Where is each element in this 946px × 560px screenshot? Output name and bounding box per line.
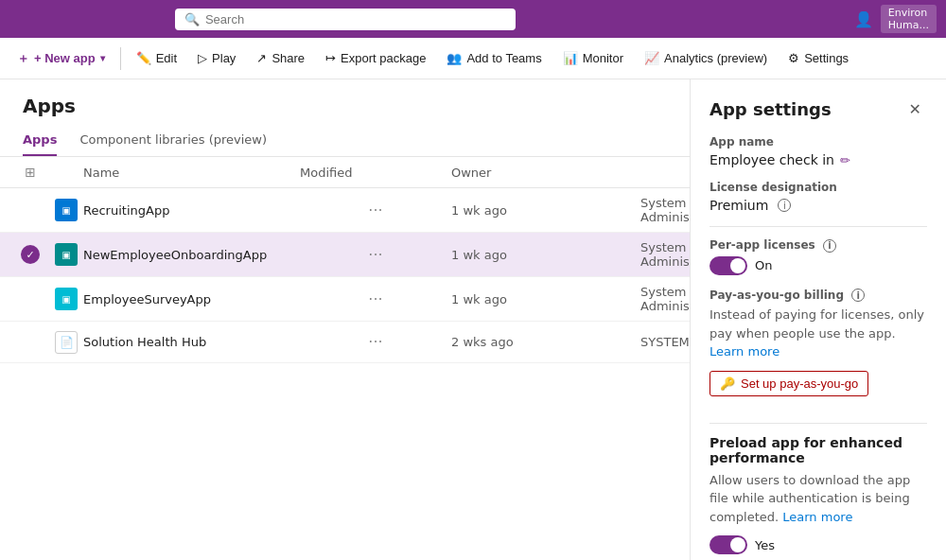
per-app-info-icon[interactable]: i <box>823 239 836 253</box>
row-owner-3: System Administrator <box>640 285 678 313</box>
header-checkbox[interactable]: ⊞ <box>11 165 49 180</box>
row-dots-3[interactable]: ··· <box>300 289 451 310</box>
table-row[interactable]: 📄 Solution Health Hub ··· 2 wks ago SYST… <box>0 322 690 363</box>
preload-learn-more-link[interactable]: Learn more <box>782 510 852 524</box>
row-name-1: RecruitingApp <box>83 203 300 218</box>
header-name[interactable]: Name <box>83 166 300 180</box>
panel-title: App settings <box>710 99 832 119</box>
tab-apps[interactable]: Apps <box>23 125 57 156</box>
app-icon-survey: ▣ <box>55 288 78 310</box>
row-dots-1[interactable]: ··· <box>300 200 451 221</box>
search-icon: 🔍 <box>184 12 200 26</box>
license-value: Premium i <box>710 198 927 213</box>
preload-desc: Allow users to download the app file whi… <box>710 471 927 527</box>
app-icon-hub: 📄 <box>55 331 78 354</box>
play-button[interactable]: ▷ Play <box>188 46 245 70</box>
monitor-icon: 📊 <box>563 51 578 65</box>
table-row[interactable]: ▣ EmployeeSurveyApp ··· 1 wk ago System … <box>0 277 690 322</box>
row-dots-4[interactable]: ··· <box>300 331 451 353</box>
grid-icon: ⊞ <box>25 165 36 180</box>
tabs-row: Apps Component libraries (preview) <box>0 125 690 157</box>
row-modified-2: 1 wk ago <box>451 248 640 262</box>
chevron-down-icon: ▾ <box>100 53 105 63</box>
set-up-payg-button[interactable]: 🔑 Set up pay-as-you-go <box>710 371 868 396</box>
preload-toggle-knob <box>730 537 745 552</box>
per-app-label: Per-app licenses i <box>710 238 927 253</box>
payg-desc: Instead of paying for licenses, only pay… <box>710 306 927 361</box>
plus-icon: ＋ <box>17 50 29 67</box>
row-dots-2[interactable]: ··· <box>300 244 451 266</box>
payg-label: Pay-as-you-go billing i <box>710 289 927 303</box>
license-info-icon[interactable]: i <box>778 199 791 212</box>
row-name-3: EmployeeSurveyApp <box>83 292 300 306</box>
toolbar: ＋ + New app ▾ ✏️ Edit ▷ Play ↗ Share ↦ E… <box>0 38 946 79</box>
edit-app-name-icon[interactable]: ✏ <box>840 153 850 167</box>
teams-icon: 👥 <box>447 51 462 65</box>
gear-icon: ⚙ <box>788 51 799 65</box>
row-icon-3: ▣ <box>49 288 83 310</box>
play-icon: ▷ <box>198 51 207 65</box>
share-icon: ↗ <box>256 51 267 65</box>
preload-toggle[interactable] <box>710 535 747 554</box>
topbar: 🔍 👤 Environ Huma... <box>0 0 946 38</box>
edit-icon: ✏️ <box>136 51 151 65</box>
content-area: Apps Apps Component libraries (preview) … <box>0 79 691 560</box>
search-input[interactable] <box>205 12 506 26</box>
payg-icon: 🔑 <box>720 376 735 391</box>
page-title: Apps <box>0 79 690 125</box>
row-modified-4: 2 wks ago <box>451 335 640 349</box>
divider-1 <box>710 226 927 227</box>
row-icon-2: ▣ <box>49 243 83 266</box>
app-name-value: Employee check in ✏ <box>710 152 927 167</box>
settings-button[interactable]: ⚙ Settings <box>779 46 858 70</box>
app-icon-recruiting: ▣ <box>55 199 78 221</box>
edit-button[interactable]: ✏️ Edit <box>127 46 186 70</box>
row-modified-3: 1 wk ago <box>451 292 640 306</box>
topbar-right: 👤 Environ Huma... <box>854 5 937 33</box>
app-name-label: App name <box>710 135 927 149</box>
preload-title: Preload app for enhanced performance <box>710 435 927 465</box>
divider-2 <box>710 423 927 424</box>
table-header: ⊞ Name Modified Owner <box>0 157 690 188</box>
monitor-button[interactable]: 📊 Monitor <box>553 46 633 70</box>
row-icon-4: 📄 <box>49 331 83 354</box>
add-teams-button[interactable]: 👥 Add to Teams <box>437 46 551 70</box>
selected-indicator: ✓ <box>21 245 40 264</box>
payg-info-icon[interactable]: i <box>851 289 865 302</box>
panel-header: App settings ✕ <box>710 98 927 120</box>
table-row[interactable]: ▣ RecruitingApp ··· 1 wk ago System Admi… <box>0 188 690 233</box>
row-icon-1: ▣ <box>49 199 83 221</box>
export-button[interactable]: ↦ Export package <box>316 46 435 70</box>
header-owner[interactable]: Owner <box>451 166 640 180</box>
analytics-button[interactable]: 📈 Analytics (preview) <box>635 46 777 70</box>
license-label: License designation <box>710 181 927 194</box>
apps-table: ⊞ Name Modified Owner ▣ RecruitingApp ··… <box>0 157 690 363</box>
header-modified[interactable]: Modified <box>300 166 451 180</box>
row-modified-1: 1 wk ago <box>451 203 640 218</box>
per-app-toggle[interactable] <box>710 256 747 275</box>
preload-toggle-label: Yes <box>755 538 775 552</box>
app-icon-onboarding: ▣ <box>55 243 78 266</box>
table-row[interactable]: ✓ ▣ NewEmployeeOnboardingApp ··· 1 wk ag… <box>0 233 690 277</box>
per-app-toggle-row: On <box>710 256 927 275</box>
search-box[interactable]: 🔍 <box>175 9 516 30</box>
row-checkbox-2[interactable]: ✓ <box>11 245 49 264</box>
row-name-2: NewEmployeeOnboardingApp <box>83 248 300 262</box>
app-settings-panel: App settings ✕ App name Employee check i… <box>691 79 946 560</box>
export-icon: ↦ <box>325 51 336 65</box>
per-app-toggle-label: On <box>755 258 772 272</box>
payg-learn-more-link[interactable]: Learn more <box>710 344 780 359</box>
env-icon: 👤 <box>854 10 873 28</box>
row-owner-1: System Administrator <box>640 196 678 224</box>
analytics-icon: 📈 <box>644 51 659 65</box>
row-name-4: Solution Health Hub <box>83 335 300 349</box>
close-button[interactable]: ✕ <box>903 98 927 120</box>
env-label: Environ Huma... <box>881 5 937 33</box>
row-owner-2: System Administrator <box>640 240 678 269</box>
toolbar-divider <box>120 47 121 70</box>
tab-component-libraries[interactable]: Component libraries (preview) <box>79 125 267 156</box>
new-app-button[interactable]: ＋ + New app ▾ <box>8 45 114 72</box>
main-layout: Apps Apps Component libraries (preview) … <box>0 79 946 560</box>
preload-toggle-row: Yes <box>710 535 927 554</box>
share-button[interactable]: ↗ Share <box>247 46 314 70</box>
